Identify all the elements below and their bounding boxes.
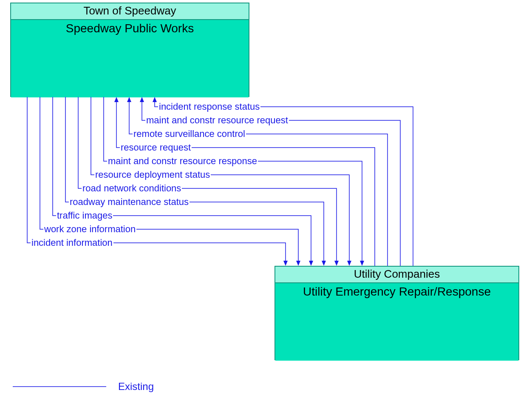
flow-label: roadway maintenance status — [69, 196, 190, 208]
entity-owner-label: Town of Speedway — [11, 3, 249, 20]
entity-speedway-public-works: Town of Speedway Speedway Public Works — [10, 3, 249, 97]
entity-name-label: Utility Emergency Repair/Response — [275, 283, 518, 361]
flow-label: resource request — [120, 142, 192, 153]
flow-label: resource deployment status — [94, 169, 211, 180]
flow-label: work zone information — [43, 224, 136, 235]
entity-utility-emergency-repair: Utility Companies Utility Emergency Repa… — [274, 266, 519, 360]
flow-label: maint and constr resource response — [107, 156, 258, 167]
flow-label: remote surveillance control — [133, 128, 246, 139]
flow-label: traffic images — [56, 210, 113, 221]
diagram-canvas: Town of Speedway Speedway Public Works U… — [0, 0, 532, 407]
entity-name-label: Speedway Public Works — [11, 20, 249, 97]
flow-label: road network conditions — [82, 183, 182, 194]
flow-label: incident information — [31, 237, 113, 248]
flow-label: incident response status — [158, 101, 260, 112]
flow-label: maint and constr resource request — [145, 115, 289, 126]
legend-existing-label: Existing — [118, 381, 154, 393]
entity-owner-label: Utility Companies — [275, 267, 518, 283]
